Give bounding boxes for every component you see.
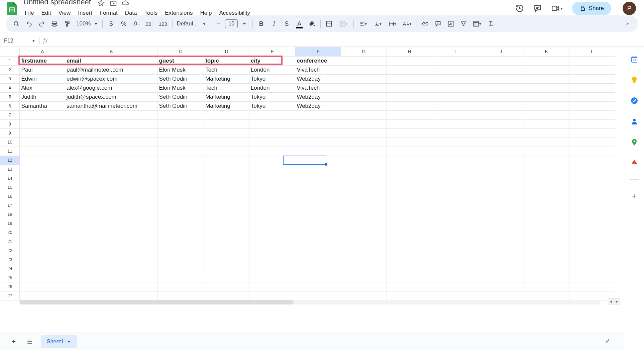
cell-H10[interactable] bbox=[387, 138, 432, 147]
cell-J22[interactable] bbox=[478, 246, 524, 255]
cell-E20[interactable] bbox=[249, 228, 295, 237]
cell-I12[interactable] bbox=[432, 156, 478, 165]
cell-L26[interactable] bbox=[569, 282, 615, 291]
cell-D26[interactable] bbox=[204, 282, 249, 291]
search-menus-icon[interactable] bbox=[11, 18, 22, 29]
cell-E13[interactable] bbox=[249, 165, 295, 174]
cell-A15[interactable] bbox=[20, 183, 65, 192]
cell-L5[interactable] bbox=[569, 92, 615, 101]
maps-icon[interactable] bbox=[630, 138, 639, 147]
col-header-D[interactable]: D bbox=[204, 47, 249, 56]
text-wrap-icon[interactable]: ▼ bbox=[386, 18, 399, 29]
decrease-font-icon[interactable]: − bbox=[213, 18, 224, 29]
cell-I1[interactable] bbox=[432, 56, 478, 65]
move-icon[interactable] bbox=[110, 0, 117, 7]
cell-F9[interactable] bbox=[295, 128, 341, 138]
row-header-17[interactable]: 17 bbox=[0, 201, 20, 210]
cell-C16[interactable] bbox=[157, 192, 204, 201]
sheets-logo[interactable] bbox=[5, 2, 19, 15]
cell-G19[interactable] bbox=[341, 219, 387, 228]
cell-K23[interactable] bbox=[524, 255, 569, 264]
cell-A4[interactable]: Alex bbox=[20, 83, 65, 92]
cell-H2[interactable] bbox=[387, 65, 432, 74]
cell-J6[interactable] bbox=[478, 101, 524, 110]
cell-C21[interactable] bbox=[157, 237, 204, 246]
cell-D2[interactable]: Tech bbox=[204, 65, 249, 74]
cell-G15[interactable] bbox=[341, 183, 387, 192]
cell-F4[interactable]: VivaTech bbox=[295, 83, 341, 92]
cell-L3[interactable] bbox=[569, 74, 615, 83]
cell-F21[interactable] bbox=[295, 237, 341, 246]
cell-C14[interactable] bbox=[157, 174, 204, 183]
cell-D27[interactable] bbox=[204, 291, 249, 300]
cell-K24[interactable] bbox=[524, 264, 569, 273]
cell-H18[interactable] bbox=[387, 210, 432, 219]
spreadsheet-grid[interactable]: ABCDEFGHIJKL1firstnameemailguesttopiccit… bbox=[0, 47, 624, 323]
merge-cells-icon[interactable]: ▼ bbox=[336, 18, 351, 29]
cell-A22[interactable] bbox=[20, 246, 65, 255]
row-header-5[interactable]: 5 bbox=[0, 92, 20, 101]
cell-C8[interactable] bbox=[157, 119, 204, 128]
cell-C11[interactable] bbox=[157, 147, 204, 156]
star-icon[interactable] bbox=[98, 0, 105, 7]
cell-F1[interactable]: conference bbox=[295, 56, 341, 65]
cell-F14[interactable] bbox=[295, 174, 341, 183]
cell-C26[interactable] bbox=[157, 282, 204, 291]
cell-E3[interactable]: Tokyo bbox=[249, 74, 295, 83]
cell-A13[interactable] bbox=[20, 165, 65, 174]
cell-J21[interactable] bbox=[478, 237, 524, 246]
cell-L21[interactable] bbox=[569, 237, 615, 246]
cell-C24[interactable] bbox=[157, 264, 204, 273]
cell-C2[interactable]: Elon Musk bbox=[157, 65, 204, 74]
cell-A16[interactable] bbox=[20, 192, 65, 201]
cell-A19[interactable] bbox=[20, 219, 65, 228]
percent-icon[interactable]: % bbox=[118, 18, 129, 29]
cell-I18[interactable] bbox=[432, 210, 478, 219]
row-header-26[interactable]: 26 bbox=[0, 282, 20, 291]
cell-B1[interactable]: email bbox=[65, 56, 157, 65]
cell-J25[interactable] bbox=[478, 273, 524, 282]
cell-H11[interactable] bbox=[387, 147, 432, 156]
cell-D15[interactable] bbox=[204, 183, 249, 192]
cell-I11[interactable] bbox=[432, 147, 478, 156]
row-header-24[interactable]: 24 bbox=[0, 264, 20, 273]
cell-E27[interactable] bbox=[249, 291, 295, 300]
cell-H4[interactable] bbox=[387, 83, 432, 92]
cell-J1[interactable] bbox=[478, 56, 524, 65]
cell-E10[interactable] bbox=[249, 138, 295, 147]
cell-G3[interactable] bbox=[341, 74, 387, 83]
cell-A8[interactable] bbox=[20, 119, 65, 128]
insert-link-icon[interactable] bbox=[420, 18, 431, 29]
cell-K22[interactable] bbox=[524, 246, 569, 255]
cell-F5[interactable]: Web2day bbox=[295, 92, 341, 101]
paint-format-icon[interactable] bbox=[62, 18, 73, 29]
cell-J17[interactable] bbox=[478, 201, 524, 210]
horizontal-scrollbar[interactable] bbox=[19, 300, 601, 304]
cell-I2[interactable] bbox=[432, 65, 478, 74]
cell-H19[interactable] bbox=[387, 219, 432, 228]
cell-G27[interactable] bbox=[341, 291, 387, 300]
cell-K12[interactable] bbox=[524, 156, 569, 165]
cell-A25[interactable] bbox=[20, 273, 65, 282]
row-header-3[interactable]: 3 bbox=[0, 74, 20, 83]
cell-F26[interactable] bbox=[295, 282, 341, 291]
cell-B20[interactable] bbox=[65, 228, 157, 237]
cell-L24[interactable] bbox=[569, 264, 615, 273]
strikethrough-icon[interactable]: S bbox=[281, 18, 292, 29]
cell-D14[interactable] bbox=[204, 174, 249, 183]
cell-K20[interactable] bbox=[524, 228, 569, 237]
cell-F25[interactable] bbox=[295, 273, 341, 282]
cell-G20[interactable] bbox=[341, 228, 387, 237]
cell-E12[interactable] bbox=[249, 156, 295, 165]
cell-H5[interactable] bbox=[387, 92, 432, 101]
row-header-4[interactable]: 4 bbox=[0, 83, 20, 92]
cell-F17[interactable] bbox=[295, 201, 341, 210]
cell-B6[interactable]: samantha@mailmeteor.com bbox=[65, 101, 157, 110]
italic-icon[interactable]: I bbox=[268, 18, 280, 29]
cell-L18[interactable] bbox=[569, 210, 615, 219]
cell-E11[interactable] bbox=[249, 147, 295, 156]
cell-E23[interactable] bbox=[249, 255, 295, 264]
cell-C4[interactable]: Elon Musk bbox=[157, 83, 204, 92]
cell-A24[interactable] bbox=[20, 264, 65, 273]
row-header-21[interactable]: 21 bbox=[0, 237, 20, 246]
